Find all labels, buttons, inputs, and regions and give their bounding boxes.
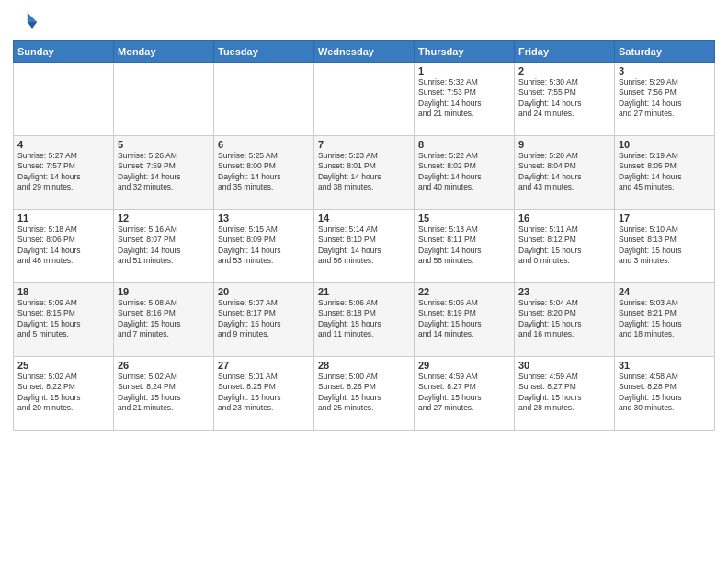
calendar-cell: 31Sunrise: 4:58 AM Sunset: 8:28 PM Dayli… xyxy=(615,357,715,431)
calendar-cell: 30Sunrise: 4:59 AM Sunset: 8:27 PM Dayli… xyxy=(515,357,615,431)
day-number: 26 xyxy=(118,360,210,371)
day-info: Sunrise: 5:00 AM Sunset: 8:26 PM Dayligh… xyxy=(318,372,410,414)
calendar-week-row: 1Sunrise: 5:32 AM Sunset: 7:53 PM Daylig… xyxy=(14,63,715,136)
day-info: Sunrise: 5:27 AM Sunset: 7:57 PM Dayligh… xyxy=(17,151,109,193)
calendar-cell: 22Sunrise: 5:05 AM Sunset: 8:19 PM Dayli… xyxy=(415,283,515,357)
day-number: 7 xyxy=(318,139,410,150)
calendar-cell: 16Sunrise: 5:11 AM Sunset: 8:12 PM Dayli… xyxy=(515,210,615,283)
logo xyxy=(13,9,42,35)
svg-marker-0 xyxy=(28,13,38,23)
day-info: Sunrise: 5:32 AM Sunset: 7:53 PM Dayligh… xyxy=(418,77,510,120)
weekday-header-row: SundayMondayTuesdayWednesdayThursdayFrid… xyxy=(14,41,715,63)
day-number: 28 xyxy=(318,360,410,371)
weekday-header: Monday xyxy=(114,41,214,63)
day-number: 13 xyxy=(218,213,310,224)
svg-marker-1 xyxy=(28,22,38,29)
day-info: Sunrise: 5:29 AM Sunset: 7:56 PM Dayligh… xyxy=(619,77,711,120)
day-number: 11 xyxy=(17,213,109,224)
calendar-cell: 5Sunrise: 5:26 AM Sunset: 7:59 PM Daylig… xyxy=(114,136,214,210)
day-info: Sunrise: 5:25 AM Sunset: 8:00 PM Dayligh… xyxy=(218,151,310,193)
day-number: 4 xyxy=(17,139,109,150)
day-info: Sunrise: 5:07 AM Sunset: 8:17 PM Dayligh… xyxy=(218,298,310,340)
calendar: SundayMondayTuesdayWednesdayThursdayFrid… xyxy=(13,40,715,431)
calendar-cell: 3Sunrise: 5:29 AM Sunset: 7:56 PM Daylig… xyxy=(615,63,715,136)
weekday-header: Friday xyxy=(515,41,615,63)
calendar-cell: 4Sunrise: 5:27 AM Sunset: 7:57 PM Daylig… xyxy=(14,136,114,210)
day-info: Sunrise: 5:11 AM Sunset: 8:12 PM Dayligh… xyxy=(518,224,610,267)
day-info: Sunrise: 4:58 AM Sunset: 8:28 PM Dayligh… xyxy=(619,372,711,414)
day-info: Sunrise: 4:59 AM Sunset: 8:27 PM Dayligh… xyxy=(418,372,510,414)
calendar-cell: 25Sunrise: 5:02 AM Sunset: 8:22 PM Dayli… xyxy=(14,357,114,431)
day-info: Sunrise: 5:06 AM Sunset: 8:18 PM Dayligh… xyxy=(318,298,410,340)
day-info: Sunrise: 5:30 AM Sunset: 7:55 PM Dayligh… xyxy=(518,77,610,120)
calendar-cell: 14Sunrise: 5:14 AM Sunset: 8:10 PM Dayli… xyxy=(314,210,415,283)
day-number: 24 xyxy=(619,286,711,297)
calendar-cell: 2Sunrise: 5:30 AM Sunset: 7:55 PM Daylig… xyxy=(515,63,615,136)
day-number: 19 xyxy=(118,286,210,297)
calendar-cell: 29Sunrise: 4:59 AM Sunset: 8:27 PM Dayli… xyxy=(415,357,515,431)
day-number: 27 xyxy=(218,360,310,371)
calendar-cell: 6Sunrise: 5:25 AM Sunset: 8:00 PM Daylig… xyxy=(214,136,314,210)
weekday-header: Wednesday xyxy=(314,41,415,63)
day-number: 29 xyxy=(418,360,510,371)
calendar-cell: 1Sunrise: 5:32 AM Sunset: 7:53 PM Daylig… xyxy=(415,63,515,136)
day-number: 20 xyxy=(218,286,310,297)
calendar-cell: 24Sunrise: 5:03 AM Sunset: 8:21 PM Dayli… xyxy=(615,283,715,357)
day-info: Sunrise: 4:59 AM Sunset: 8:27 PM Dayligh… xyxy=(518,372,610,414)
day-info: Sunrise: 5:23 AM Sunset: 8:01 PM Dayligh… xyxy=(318,151,410,193)
day-info: Sunrise: 5:18 AM Sunset: 8:06 PM Dayligh… xyxy=(17,224,109,267)
calendar-week-row: 4Sunrise: 5:27 AM Sunset: 7:57 PM Daylig… xyxy=(14,136,715,210)
calendar-cell: 26Sunrise: 5:02 AM Sunset: 8:24 PM Dayli… xyxy=(114,357,214,431)
calendar-cell: 11Sunrise: 5:18 AM Sunset: 8:06 PM Dayli… xyxy=(14,210,114,283)
day-number: 30 xyxy=(518,360,610,371)
calendar-cell: 15Sunrise: 5:13 AM Sunset: 8:11 PM Dayli… xyxy=(415,210,515,283)
day-number: 6 xyxy=(218,139,310,150)
calendar-week-row: 25Sunrise: 5:02 AM Sunset: 8:22 PM Dayli… xyxy=(14,357,715,431)
page: SundayMondayTuesdayWednesdayThursdayFrid… xyxy=(0,0,728,563)
day-number: 3 xyxy=(619,65,711,76)
day-number: 18 xyxy=(17,286,109,297)
day-info: Sunrise: 5:26 AM Sunset: 7:59 PM Dayligh… xyxy=(118,151,210,193)
day-number: 16 xyxy=(518,213,610,224)
weekday-header: Sunday xyxy=(14,41,114,63)
calendar-cell: 18Sunrise: 5:09 AM Sunset: 8:15 PM Dayli… xyxy=(14,283,114,357)
day-info: Sunrise: 5:03 AM Sunset: 8:21 PM Dayligh… xyxy=(619,298,711,340)
day-info: Sunrise: 5:02 AM Sunset: 8:22 PM Dayligh… xyxy=(17,372,109,414)
day-info: Sunrise: 5:15 AM Sunset: 8:09 PM Dayligh… xyxy=(218,224,310,267)
day-number: 14 xyxy=(318,213,410,224)
day-number: 17 xyxy=(619,213,711,224)
calendar-cell: 19Sunrise: 5:08 AM Sunset: 8:16 PM Dayli… xyxy=(114,283,214,357)
day-number: 23 xyxy=(518,286,610,297)
day-number: 22 xyxy=(418,286,510,297)
day-info: Sunrise: 5:01 AM Sunset: 8:25 PM Dayligh… xyxy=(218,372,310,414)
day-info: Sunrise: 5:20 AM Sunset: 8:04 PM Dayligh… xyxy=(518,151,610,193)
header xyxy=(13,9,715,35)
day-info: Sunrise: 5:13 AM Sunset: 8:11 PM Dayligh… xyxy=(418,224,510,267)
day-info: Sunrise: 5:10 AM Sunset: 8:13 PM Dayligh… xyxy=(619,224,711,267)
weekday-header: Thursday xyxy=(415,41,515,63)
calendar-cell xyxy=(14,63,114,136)
weekday-header: Tuesday xyxy=(214,41,314,63)
day-number: 31 xyxy=(619,360,711,371)
calendar-cell: 20Sunrise: 5:07 AM Sunset: 8:17 PM Dayli… xyxy=(214,283,314,357)
day-number: 5 xyxy=(118,139,210,150)
day-number: 25 xyxy=(17,360,109,371)
day-number: 10 xyxy=(619,139,711,150)
calendar-cell xyxy=(214,63,314,136)
calendar-cell xyxy=(314,63,415,136)
day-number: 1 xyxy=(418,65,510,76)
logo-icon xyxy=(13,9,39,35)
calendar-cell: 12Sunrise: 5:16 AM Sunset: 8:07 PM Dayli… xyxy=(114,210,214,283)
day-info: Sunrise: 5:08 AM Sunset: 8:16 PM Dayligh… xyxy=(118,298,210,340)
calendar-cell: 7Sunrise: 5:23 AM Sunset: 8:01 PM Daylig… xyxy=(314,136,415,210)
day-number: 8 xyxy=(418,139,510,150)
calendar-cell: 21Sunrise: 5:06 AM Sunset: 8:18 PM Dayli… xyxy=(314,283,415,357)
calendar-cell: 17Sunrise: 5:10 AM Sunset: 8:13 PM Dayli… xyxy=(615,210,715,283)
day-number: 9 xyxy=(518,139,610,150)
calendar-cell: 13Sunrise: 5:15 AM Sunset: 8:09 PM Dayli… xyxy=(214,210,314,283)
day-number: 12 xyxy=(118,213,210,224)
day-info: Sunrise: 5:04 AM Sunset: 8:20 PM Dayligh… xyxy=(518,298,610,340)
day-number: 2 xyxy=(518,65,610,76)
calendar-week-row: 11Sunrise: 5:18 AM Sunset: 8:06 PM Dayli… xyxy=(14,210,715,283)
day-info: Sunrise: 5:16 AM Sunset: 8:07 PM Dayligh… xyxy=(118,224,210,267)
